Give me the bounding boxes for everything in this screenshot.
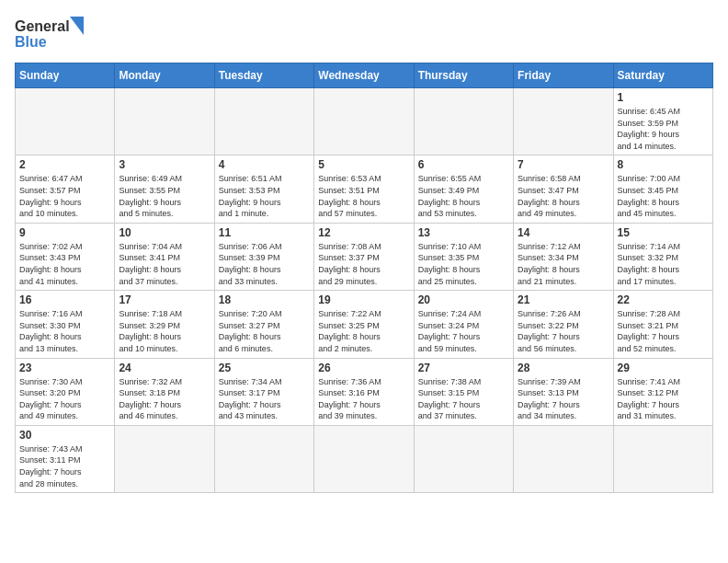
calendar-cell: 6Sunrise: 6:55 AM Sunset: 3:49 PM Daylig… — [414, 155, 513, 223]
calendar-cell: 24Sunrise: 7:32 AM Sunset: 3:18 PM Dayli… — [115, 358, 214, 425]
calendar-cell — [414, 425, 513, 492]
page-header: GeneralBlue — [15, 15, 713, 52]
calendar-cell — [414, 88, 513, 155]
general-blue-logo-icon: GeneralBlue — [15, 15, 88, 52]
day-info: Sunrise: 6:45 AM Sunset: 3:59 PM Dayligh… — [618, 106, 709, 152]
calendar-cell: 11Sunrise: 7:06 AM Sunset: 3:39 PM Dayli… — [214, 223, 313, 290]
calendar-cell: 18Sunrise: 7:20 AM Sunset: 3:27 PM Dayli… — [214, 291, 313, 358]
day-number: 2 — [19, 158, 110, 171]
calendar-cell — [514, 88, 613, 155]
calendar-cell: 19Sunrise: 7:22 AM Sunset: 3:25 PM Dayli… — [314, 291, 414, 358]
calendar-cell: 29Sunrise: 7:41 AM Sunset: 3:12 PM Dayli… — [613, 358, 712, 425]
logo: GeneralBlue — [15, 15, 88, 52]
calendar-cell: 8Sunrise: 7:00 AM Sunset: 3:45 PM Daylig… — [613, 155, 712, 223]
day-info: Sunrise: 6:51 AM Sunset: 3:53 PM Dayligh… — [219, 173, 310, 219]
calendar-week-row: 1Sunrise: 6:45 AM Sunset: 3:59 PM Daylig… — [16, 88, 713, 155]
day-number: 15 — [618, 226, 709, 239]
day-number: 3 — [119, 158, 210, 171]
calendar-cell — [115, 425, 214, 492]
day-info: Sunrise: 7:24 AM Sunset: 3:24 PM Dayligh… — [418, 308, 509, 354]
day-number: 6 — [418, 158, 509, 171]
calendar-week-row: 23Sunrise: 7:30 AM Sunset: 3:20 PM Dayli… — [16, 358, 713, 425]
calendar-cell: 22Sunrise: 7:28 AM Sunset: 3:21 PM Dayli… — [613, 291, 712, 358]
day-info: Sunrise: 7:18 AM Sunset: 3:29 PM Dayligh… — [119, 308, 210, 354]
day-number: 11 — [219, 226, 310, 239]
day-number: 7 — [518, 158, 609, 171]
day-of-week-monday: Monday — [115, 63, 214, 88]
day-number: 9 — [19, 226, 110, 239]
calendar-cell: 2Sunrise: 6:47 AM Sunset: 3:57 PM Daylig… — [16, 155, 115, 223]
day-info: Sunrise: 7:14 AM Sunset: 3:32 PM Dayligh… — [618, 241, 709, 287]
day-number: 25 — [219, 362, 310, 374]
calendar-cell: 16Sunrise: 7:16 AM Sunset: 3:30 PM Dayli… — [16, 291, 115, 358]
calendar-cell: 25Sunrise: 7:34 AM Sunset: 3:17 PM Dayli… — [214, 358, 313, 425]
day-number: 23 — [19, 362, 110, 374]
day-info: Sunrise: 7:06 AM Sunset: 3:39 PM Dayligh… — [219, 241, 310, 287]
day-info: Sunrise: 7:00 AM Sunset: 3:45 PM Dayligh… — [618, 173, 709, 219]
day-number: 13 — [418, 226, 509, 239]
calendar-cell — [613, 425, 712, 492]
day-info: Sunrise: 7:02 AM Sunset: 3:43 PM Dayligh… — [19, 241, 110, 287]
calendar-cell — [115, 88, 214, 155]
day-info: Sunrise: 6:47 AM Sunset: 3:57 PM Dayligh… — [19, 173, 110, 219]
calendar-cell: 26Sunrise: 7:36 AM Sunset: 3:16 PM Dayli… — [314, 358, 414, 425]
day-info: Sunrise: 7:12 AM Sunset: 3:34 PM Dayligh… — [518, 241, 609, 287]
calendar-cell: 28Sunrise: 7:39 AM Sunset: 3:13 PM Dayli… — [514, 358, 613, 425]
calendar-cell: 30Sunrise: 7:43 AM Sunset: 3:11 PM Dayli… — [16, 425, 115, 492]
day-info: Sunrise: 7:32 AM Sunset: 3:18 PM Dayligh… — [119, 376, 210, 422]
calendar-cell: 4Sunrise: 6:51 AM Sunset: 3:53 PM Daylig… — [214, 155, 313, 223]
calendar-week-row: 16Sunrise: 7:16 AM Sunset: 3:30 PM Dayli… — [16, 291, 713, 358]
calendar-cell — [214, 425, 313, 492]
svg-marker-2 — [70, 17, 84, 35]
day-info: Sunrise: 6:49 AM Sunset: 3:55 PM Dayligh… — [119, 173, 210, 219]
day-number: 24 — [119, 362, 210, 374]
day-info: Sunrise: 7:08 AM Sunset: 3:37 PM Dayligh… — [318, 241, 409, 287]
day-info: Sunrise: 7:16 AM Sunset: 3:30 PM Dayligh… — [19, 308, 110, 354]
day-of-week-thursday: Thursday — [414, 63, 513, 88]
day-number: 30 — [19, 429, 110, 442]
day-of-week-saturday: Saturday — [613, 63, 712, 88]
day-info: Sunrise: 6:58 AM Sunset: 3:47 PM Dayligh… — [518, 173, 609, 219]
day-number: 28 — [518, 362, 609, 374]
day-number: 14 — [518, 226, 609, 239]
calendar-cell — [214, 88, 313, 155]
calendar-cell: 9Sunrise: 7:02 AM Sunset: 3:43 PM Daylig… — [16, 223, 115, 290]
day-info: Sunrise: 7:20 AM Sunset: 3:27 PM Dayligh… — [219, 308, 310, 354]
day-number: 18 — [219, 293, 310, 306]
day-number: 17 — [119, 293, 210, 306]
calendar-cell: 23Sunrise: 7:30 AM Sunset: 3:20 PM Dayli… — [16, 358, 115, 425]
day-number: 26 — [318, 362, 409, 374]
day-number: 19 — [318, 293, 409, 306]
day-of-week-friday: Friday — [514, 63, 613, 88]
day-info: Sunrise: 7:41 AM Sunset: 3:12 PM Dayligh… — [618, 376, 709, 422]
day-number: 21 — [518, 293, 609, 306]
calendar-cell: 10Sunrise: 7:04 AM Sunset: 3:41 PM Dayli… — [115, 223, 214, 290]
calendar-cell — [314, 425, 414, 492]
day-number: 5 — [318, 158, 409, 171]
day-info: Sunrise: 7:38 AM Sunset: 3:15 PM Dayligh… — [418, 376, 509, 422]
day-number: 16 — [19, 293, 110, 306]
calendar-cell: 15Sunrise: 7:14 AM Sunset: 3:32 PM Dayli… — [613, 223, 712, 290]
day-info: Sunrise: 7:26 AM Sunset: 3:22 PM Dayligh… — [518, 308, 609, 354]
day-info: Sunrise: 7:28 AM Sunset: 3:21 PM Dayligh… — [618, 308, 709, 354]
day-number: 29 — [618, 362, 709, 374]
day-of-week-tuesday: Tuesday — [214, 63, 313, 88]
day-info: Sunrise: 7:43 AM Sunset: 3:11 PM Dayligh… — [19, 443, 110, 489]
day-of-week-sunday: Sunday — [16, 63, 115, 88]
calendar-cell: 3Sunrise: 6:49 AM Sunset: 3:55 PM Daylig… — [115, 155, 214, 223]
day-info: Sunrise: 7:10 AM Sunset: 3:35 PM Dayligh… — [418, 241, 509, 287]
calendar-table: SundayMondayTuesdayWednesdayThursdayFrid… — [15, 63, 713, 493]
calendar-cell: 14Sunrise: 7:12 AM Sunset: 3:34 PM Dayli… — [514, 223, 613, 290]
day-number: 1 — [618, 91, 709, 104]
calendar-cell — [314, 88, 414, 155]
calendar-cell: 17Sunrise: 7:18 AM Sunset: 3:29 PM Dayli… — [115, 291, 214, 358]
svg-text:General: General — [15, 18, 70, 34]
day-info: Sunrise: 7:04 AM Sunset: 3:41 PM Dayligh… — [119, 241, 210, 287]
calendar-cell: 12Sunrise: 7:08 AM Sunset: 3:37 PM Dayli… — [314, 223, 414, 290]
calendar-cell: 20Sunrise: 7:24 AM Sunset: 3:24 PM Dayli… — [414, 291, 513, 358]
day-info: Sunrise: 7:34 AM Sunset: 3:17 PM Dayligh… — [219, 376, 310, 422]
day-of-week-wednesday: Wednesday — [314, 63, 414, 88]
day-info: Sunrise: 6:55 AM Sunset: 3:49 PM Dayligh… — [418, 173, 509, 219]
calendar-header-row: SundayMondayTuesdayWednesdayThursdayFrid… — [16, 63, 713, 88]
calendar-cell — [514, 425, 613, 492]
